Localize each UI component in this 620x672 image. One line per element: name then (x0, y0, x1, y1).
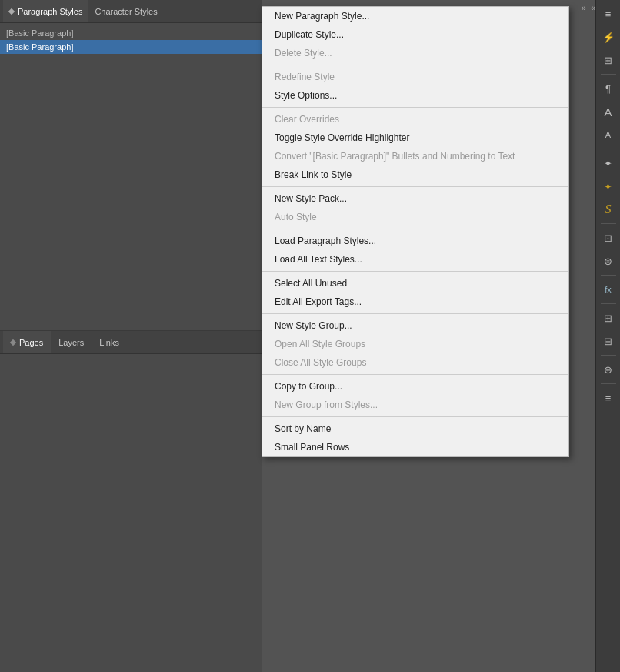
menu-item-delete-style: Delete Style... (262, 44, 568, 62)
toolbar-icon-table2[interactable]: ⊟ (598, 330, 619, 352)
right-toolbar: ≡ ⚡ ⊞ ¶ A A ✦ ✦ S ⊡ ⊜ fx ⊞ ⊟ ⊕ ≡ (595, 0, 620, 672)
menu-item-new-style-pack[interactable]: New Style Pack... (262, 189, 568, 208)
links-tab-label: Links (99, 338, 119, 347)
menu-item-style-options[interactable]: Style Options... (262, 86, 568, 105)
diamond-icon (8, 8, 15, 14)
pages-tab-label: Pages (19, 338, 43, 347)
toolbar-icon-table[interactable]: ⊞ (598, 307, 619, 329)
toolbar-icon-grid[interactable]: ⊞ (598, 49, 619, 71)
menu-item-redefine-style: Redefine Style (262, 68, 568, 86)
toolbar-icon-star2[interactable]: ✦ (598, 176, 619, 197)
menu-item-convert-bullets: Convert "[Basic Paragraph]" Bullets and … (262, 147, 568, 165)
character-styles-tab-label: Character Styles (95, 7, 157, 16)
tab-character-styles[interactable]: Character Styles (88, 0, 163, 22)
menu-item-select-all-unused[interactable]: Select All Unused (262, 274, 568, 293)
menu-separator-after-auto-style (262, 229, 568, 229)
toolbar-separator-5 (601, 303, 616, 304)
toolbar-separator-3 (601, 223, 616, 224)
menu-item-new-group-from-styles: New Group from Styles... (262, 396, 568, 414)
styles-list: [Basic Paragraph] [Basic Paragraph] (0, 23, 262, 57)
panel-collapse-arrows: » « (582, 3, 595, 12)
menu-separator-after-close-all-style-groups (262, 374, 568, 375)
menu-item-new-paragraph-style[interactable]: New Paragraph Style... (262, 7, 568, 25)
toolbar-icon-char-a-small[interactable]: A (598, 124, 619, 145)
toolbar-icon-lightning[interactable]: ⚡ (598, 26, 619, 48)
menu-item-load-all-text-styles[interactable]: Load All Text Styles... (262, 250, 568, 269)
bottom-panel-header: Pages Layers Links (0, 331, 262, 354)
toolbar-icon-align[interactable]: ⊜ (598, 250, 619, 272)
menu-item-edit-all-export-tags[interactable]: Edit All Export Tags... (262, 293, 568, 311)
menu-item-sort-by-name[interactable]: Sort by Name (262, 420, 568, 438)
toolbar-icon-s[interactable]: S (598, 199, 619, 220)
menu-item-duplicate-style[interactable]: Duplicate Style... (262, 25, 568, 44)
tab-layers[interactable]: Layers (51, 331, 92, 353)
toolbar-icon-globe[interactable]: ⊕ (598, 359, 619, 380)
menu-separator-after-load-all-text-styles (262, 271, 568, 272)
menu-item-open-all-style-groups: Open All Style Groups (262, 335, 568, 353)
tab-paragraph-styles[interactable]: Paragraph Styles (3, 0, 88, 22)
menu-item-clear-overrides: Clear Overrides (262, 110, 568, 129)
menu-separator-after-delete-style (262, 65, 568, 65)
toolbar-separator-1 (601, 74, 616, 75)
menu-item-break-link[interactable]: Break Link to Style (262, 165, 568, 184)
style-item-label: [Basic Paragraph] (6, 42, 73, 52)
toolbar-icon-lines[interactable]: ≡ (598, 387, 619, 409)
toolbar-icon-star1[interactable]: ✦ (598, 152, 619, 174)
toolbar-separator-4 (601, 275, 616, 276)
toolbar-icon-menu[interactable]: ≡ (598, 3, 619, 25)
menu-separator-after-break-link (262, 186, 568, 187)
toolbar-separator-6 (601, 355, 616, 356)
bottom-panel: Pages Layers Links (0, 331, 262, 672)
style-item-basic-paragraph[interactable]: [Basic Paragraph] (0, 40, 262, 54)
tab-links[interactable]: Links (92, 331, 127, 353)
menu-item-new-style-group[interactable]: New Style Group... (262, 316, 568, 335)
menu-separator-after-style-options (262, 107, 568, 108)
toolbar-separator-7 (601, 383, 616, 384)
context-menu: New Paragraph Style...Duplicate Style...… (262, 6, 569, 457)
tab-pages[interactable]: Pages (3, 331, 51, 353)
toolbar-icon-export[interactable]: ⊡ (598, 227, 619, 249)
menu-item-toggle-style-override[interactable]: Toggle Style Override Highlighter (262, 129, 568, 147)
menu-item-copy-to-group[interactable]: Copy to Group... (262, 377, 568, 396)
menu-item-load-paragraph-styles[interactable]: Load Paragraph Styles... (262, 232, 568, 250)
toolbar-icon-char-a-large[interactable]: A (598, 101, 619, 122)
menu-separator-after-edit-all-export-tags (262, 313, 568, 314)
menu-separator-after-new-group-from-styles (262, 416, 568, 417)
double-right-arrow[interactable]: » (582, 3, 586, 12)
style-group-label: [Basic Paragraph] (6, 28, 73, 38)
menu-item-auto-style: Auto Style (262, 208, 568, 226)
styles-panel: Paragraph Styles Character Styles [Basic… (0, 0, 262, 331)
paragraph-styles-tab-label: Paragraph Styles (18, 7, 82, 16)
style-group-basic-paragraph[interactable]: [Basic Paragraph] (0, 26, 262, 40)
pages-diamond-icon (10, 339, 16, 345)
menu-item-small-panel-rows[interactable]: Small Panel Rows (262, 438, 568, 456)
toolbar-icon-paragraph[interactable]: ¶ (598, 78, 619, 99)
styles-panel-header: Paragraph Styles Character Styles (0, 0, 262, 23)
layers-tab-label: Layers (58, 338, 84, 347)
toolbar-separator-2 (601, 149, 616, 149)
menu-item-close-all-style-groups: Close All Style Groups (262, 353, 568, 372)
toolbar-icon-fx[interactable]: fx (598, 279, 619, 300)
